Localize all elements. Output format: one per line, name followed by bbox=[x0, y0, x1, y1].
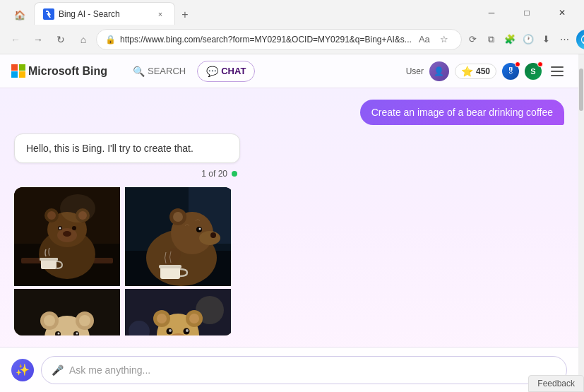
more-tools-icon[interactable]: ⋯ bbox=[556, 31, 573, 48]
search-nav-item[interactable]: 🔍 SEARCH bbox=[124, 61, 194, 82]
chat-nav-icon: 💬 bbox=[206, 66, 218, 77]
svg-point-16 bbox=[60, 194, 95, 222]
maximize-button[interactable]: □ bbox=[511, 0, 543, 25]
downloads-icon[interactable]: ⬇ bbox=[538, 31, 555, 48]
user-message-wrapper: Create an image of a bear drinking coffe… bbox=[14, 100, 564, 125]
chat-input-box[interactable]: 🎤 Ask me anything... bbox=[41, 356, 567, 384]
page-scrollbar[interactable] bbox=[578, 54, 584, 392]
close-button[interactable]: ✕ bbox=[546, 0, 578, 25]
generated-image-grid[interactable] bbox=[14, 187, 233, 335]
bing-nav: 🔍 SEARCH 💬 CHAT bbox=[124, 61, 255, 82]
bear-image-2[interactable] bbox=[125, 187, 231, 286]
bing-tab[interactable]: Bing AI - Search × bbox=[34, 2, 175, 25]
points-icon: ⭐ bbox=[461, 66, 473, 77]
home-tab[interactable]: 🏠 bbox=[6, 5, 34, 25]
bot-message-bubble: Hello, this is Bing. I'll try to create … bbox=[14, 133, 240, 163]
chat-input-placeholder: Ask me anything... bbox=[69, 364, 556, 376]
s-badge-label: S bbox=[530, 67, 535, 76]
page-scroll-area: Microsoft Bing 🔍 SEARCH 💬 CHAT Use bbox=[0, 54, 584, 392]
tab-favicon bbox=[43, 8, 54, 20]
svg-point-63 bbox=[169, 329, 172, 332]
bear-svg-4 bbox=[125, 289, 231, 335]
ms-green bbox=[19, 64, 25, 71]
header-right: User 👤 ⭐ 450 🎖 S bbox=[406, 61, 567, 81]
home-button[interactable]: ⌂ bbox=[73, 30, 93, 49]
minimize-button[interactable]: ─ bbox=[475, 0, 508, 25]
tab-bar: 🏠 Bing AI - Search × + bbox=[6, 0, 470, 25]
reader-icon[interactable]: Aa bbox=[416, 31, 433, 48]
svg-point-35 bbox=[44, 315, 55, 326]
address-icons: Aa ☆ bbox=[416, 31, 453, 48]
hamburger-line-3 bbox=[551, 75, 564, 76]
page-content: Microsoft Bing 🔍 SEARCH 💬 CHAT Use bbox=[0, 54, 584, 392]
forward-button[interactable]: → bbox=[28, 30, 48, 49]
search-nav-icon: 🔍 bbox=[133, 66, 145, 77]
hamburger-menu-button[interactable] bbox=[547, 61, 567, 81]
tab-title: Bing AI - Search bbox=[59, 9, 150, 19]
points-badge[interactable]: ⭐ 450 bbox=[455, 64, 496, 79]
toolbar-icons: ⟳ ⧉ 🧩 🕐 ⬇ ⋯ bbox=[465, 31, 573, 48]
svg-point-23 bbox=[173, 212, 183, 222]
window-controls: ─ □ ✕ bbox=[475, 0, 578, 25]
svg-point-24 bbox=[199, 231, 220, 245]
new-tab-button[interactable]: + bbox=[175, 5, 195, 25]
url-text: https://www.bing.com/search?form=MY0291&… bbox=[120, 35, 412, 44]
svg-point-6 bbox=[47, 211, 56, 220]
svg-point-42 bbox=[58, 333, 60, 335]
bear-image-3[interactable] bbox=[14, 289, 120, 335]
address-bar: ← → ↻ ⌂ 🔒 https://www.bing.com/search?fo… bbox=[0, 25, 584, 54]
page-main: Microsoft Bing 🔍 SEARCH 💬 CHAT Use bbox=[0, 54, 578, 392]
bear-image-4[interactable] bbox=[125, 289, 231, 335]
svg-point-27 bbox=[199, 228, 201, 230]
svg-point-37 bbox=[79, 315, 90, 326]
tab-close-button[interactable]: × bbox=[155, 8, 166, 20]
refresh-button[interactable]: ↻ bbox=[51, 30, 71, 49]
svg-rect-29 bbox=[159, 265, 181, 268]
history-icon[interactable]: 🕐 bbox=[520, 31, 537, 48]
counter-text: 1 of 20 bbox=[201, 169, 227, 179]
points-value: 450 bbox=[476, 66, 490, 76]
bing-header: Microsoft Bing 🔍 SEARCH 💬 CHAT Use bbox=[0, 54, 578, 88]
svg-point-65 bbox=[186, 329, 189, 332]
bing-logo: Microsoft Bing bbox=[11, 64, 107, 78]
chat-nav-item[interactable]: 💬 CHAT bbox=[197, 61, 255, 82]
back-button[interactable]: ← bbox=[6, 30, 25, 49]
svg-point-56 bbox=[157, 314, 167, 323]
user-avatar[interactable]: 👤 bbox=[429, 61, 449, 81]
collections-icon[interactable]: ⧉ bbox=[483, 31, 500, 48]
bear-image-1[interactable] bbox=[14, 187, 120, 286]
star-icon[interactable]: ☆ bbox=[436, 31, 453, 48]
reward-button[interactable]: 🎖 bbox=[502, 63, 519, 80]
address-input[interactable]: 🔒 https://www.bing.com/search?form=MY029… bbox=[96, 29, 462, 50]
search-nav-label: SEARCH bbox=[148, 66, 186, 76]
title-bar: 🏠 Bing AI - Search × + ─ □ ✕ bbox=[0, 0, 584, 25]
svg-point-58 bbox=[189, 314, 199, 323]
extensions-icon[interactable]: 🧩 bbox=[501, 31, 518, 48]
browser-frame: 🏠 Bing AI - Search × + ─ □ ✕ ← → ↻ ⌂ 🔒 h… bbox=[0, 0, 584, 392]
ms-yellow bbox=[19, 71, 25, 78]
feedback-button[interactable]: Feedback bbox=[528, 375, 584, 392]
hamburger-line-2 bbox=[551, 71, 564, 72]
sync-icon[interactable]: ⟳ bbox=[465, 31, 482, 48]
input-avatar[interactable]: ✨ bbox=[11, 359, 34, 381]
scrollbar-thumb[interactable] bbox=[579, 69, 583, 111]
ms-red bbox=[11, 64, 18, 71]
message-counter: 1 of 20 bbox=[14, 169, 240, 179]
feedback-label: Feedback bbox=[537, 379, 575, 388]
bot-message-container: Hello, this is Bing. I'll try to create … bbox=[14, 133, 564, 179]
svg-rect-15 bbox=[40, 258, 58, 261]
input-area: ✨ 🎤 Ask me anything... bbox=[0, 347, 578, 392]
svg-point-13 bbox=[72, 226, 76, 230]
bear-svg-1 bbox=[14, 187, 120, 286]
chat-area[interactable]: Create an image of a bear drinking coffe… bbox=[0, 88, 578, 347]
counter-status-dot bbox=[232, 171, 237, 177]
user-label: User bbox=[406, 66, 424, 76]
s-notification-dot bbox=[537, 61, 543, 67]
chat-nav-label: CHAT bbox=[221, 66, 246, 76]
microsoft-logo bbox=[11, 64, 25, 78]
svg-point-25 bbox=[210, 232, 216, 238]
edge-bing-icon[interactable] bbox=[576, 30, 584, 49]
s-badge-button[interactable]: S bbox=[525, 63, 542, 80]
bing-wordmark: Microsoft Bing bbox=[28, 65, 107, 78]
svg-point-44 bbox=[76, 333, 78, 335]
